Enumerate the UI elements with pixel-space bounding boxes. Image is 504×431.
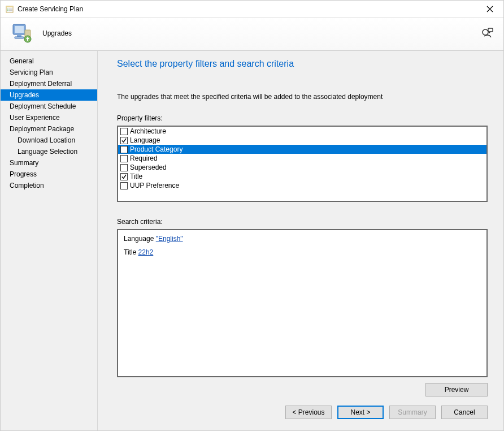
criteria-line: Title 22h2 [124, 248, 481, 256]
svg-rect-13 [488, 28, 493, 32]
criteria-prefix: Title [124, 248, 138, 256]
criteria-link[interactable]: "English" [156, 235, 183, 243]
filter-label: Title [130, 173, 142, 180]
wizard-icon [5, 5, 14, 14]
svg-rect-7 [15, 26, 24, 33]
nav-item[interactable]: Completion [1, 180, 97, 191]
titlebar: Create Servicing Plan [1, 1, 503, 18]
filter-row[interactable]: UUP Preference [118, 181, 486, 190]
checkbox-icon[interactable] [120, 146, 128, 153]
window-title: Create Servicing Plan [18, 5, 479, 13]
svg-rect-10 [15, 37, 24, 38]
page-heading: Select the property filters and search c… [117, 59, 488, 69]
filter-row[interactable]: Product Category [118, 145, 486, 154]
preview-button[interactable]: Preview [425, 383, 488, 396]
svg-rect-5 [9, 10, 12, 11]
nav-item[interactable]: Summary [1, 157, 97, 169]
filter-label: Superseded [130, 163, 167, 171]
checkbox-icon[interactable] [120, 155, 128, 162]
filter-label: UUP Preference [130, 182, 179, 189]
filter-row[interactable]: Language [118, 136, 486, 145]
criteria-line: Language "English" [124, 235, 481, 243]
criteria-link[interactable]: 22h2 [138, 248, 154, 256]
header-title: Upgrades [42, 29, 481, 37]
wizard-buttons: < Previous Next > Summary Cancel [117, 406, 488, 419]
svg-point-4 [7, 10, 8, 11]
main-panel: Select the property filters and search c… [98, 51, 503, 430]
nav-item[interactable]: Progress [1, 169, 97, 180]
nav-item[interactable]: Deployment Package [1, 123, 97, 135]
close-button[interactable] [479, 1, 501, 17]
nav-item[interactable]: Upgrades [1, 89, 97, 101]
checkbox-icon[interactable] [120, 173, 128, 180]
criteria-prefix: Language [124, 235, 156, 243]
filter-label: Required [130, 154, 158, 162]
svg-rect-3 [9, 8, 12, 9]
page-description: The upgrades that meet the specified cri… [117, 93, 488, 101]
svg-rect-1 [6, 6, 13, 7]
filter-label: Product Category [130, 145, 183, 153]
filters-label: Property filters: [117, 114, 488, 122]
filter-label: Architecture [130, 127, 166, 135]
previous-button[interactable]: < Previous [285, 406, 332, 419]
summary-button[interactable]: Summary [389, 406, 436, 419]
feedback-icon[interactable] [481, 27, 493, 40]
computer-upgrade-icon [11, 22, 33, 45]
filter-row[interactable]: Architecture [118, 127, 486, 136]
cancel-button[interactable]: Cancel [441, 406, 488, 419]
nav-item[interactable]: Deployment Schedule [1, 101, 97, 112]
header: Upgrades [1, 18, 503, 50]
nav-item[interactable]: Download Location [1, 135, 97, 146]
wizard-nav: GeneralServicing PlanDeployment Deferral… [1, 51, 98, 430]
filter-row[interactable]: Required [118, 154, 486, 163]
checkbox-icon[interactable] [120, 128, 128, 135]
preview-row: Preview [117, 383, 488, 396]
nav-item[interactable]: Servicing Plan [1, 67, 97, 78]
nav-item[interactable]: Deployment Deferral [1, 78, 97, 89]
filter-label: Language [130, 136, 160, 144]
checkbox-icon[interactable] [120, 164, 128, 171]
svg-point-2 [7, 8, 8, 10]
filter-row[interactable]: Title [118, 172, 486, 181]
checkbox-icon[interactable] [120, 137, 128, 144]
nav-item[interactable]: Language Selection [1, 146, 97, 157]
checkbox-icon[interactable] [120, 182, 128, 189]
nav-item[interactable]: User Experience [1, 112, 97, 123]
next-button[interactable]: Next > [337, 406, 384, 419]
wizard-body: GeneralServicing PlanDeployment Deferral… [1, 50, 503, 430]
svg-point-12 [483, 29, 488, 35]
filter-row[interactable]: Superseded [118, 163, 486, 172]
nav-item[interactable]: General [1, 55, 97, 67]
property-filters-list[interactable]: ArchitectureLanguageProduct CategoryRequ… [117, 126, 488, 202]
criteria-label: Search criteria: [117, 218, 488, 226]
search-criteria-box: Language "English"Title 22h2 [117, 229, 488, 377]
